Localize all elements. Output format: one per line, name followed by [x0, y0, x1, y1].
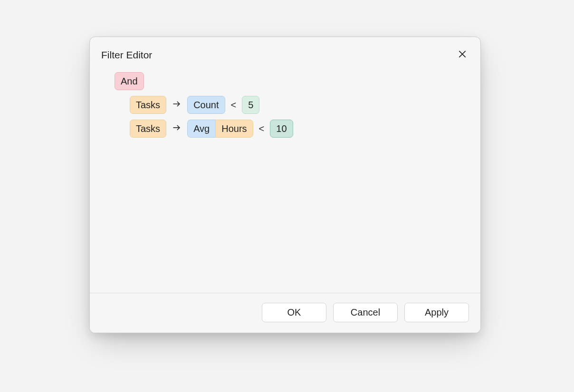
filter-tree: And TasksCount<5TasksAvgHours<10 — [90, 65, 480, 293]
apply-button[interactable]: Apply — [404, 303, 469, 322]
property-pill[interactable]: Tasks — [130, 96, 166, 114]
aggregate-pill[interactable]: Avg — [187, 120, 215, 138]
aggregate-field-group: AvgHours — [187, 120, 253, 138]
dialog-header: Filter Editor — [90, 37, 480, 65]
group-row: And — [102, 72, 468, 90]
close-button[interactable] — [456, 48, 469, 62]
condition-row: TasksCount<5 — [102, 96, 468, 114]
comparison-operator[interactable]: < — [230, 100, 238, 111]
comparison-operator[interactable]: < — [258, 123, 266, 134]
property-pill[interactable]: Tasks — [130, 120, 166, 138]
condition-row: TasksAvgHours<10 — [102, 120, 468, 138]
cancel-button[interactable]: Cancel — [333, 303, 398, 322]
close-icon — [458, 49, 467, 61]
dialog-title: Filter Editor — [101, 49, 152, 61]
field-pill[interactable]: Hours — [215, 120, 253, 138]
group-operator-pill[interactable]: And — [115, 72, 144, 90]
value-pill[interactable]: 10 — [270, 120, 293, 138]
value-pill[interactable]: 5 — [242, 96, 259, 114]
arrow-right-icon — [171, 99, 182, 111]
aggregate-pill[interactable]: Count — [187, 96, 225, 114]
filter-editor-dialog: Filter Editor And TasksCount<5TasksAvgHo… — [89, 37, 481, 333]
dialog-footer: OK Cancel Apply — [90, 293, 480, 333]
arrow-right-icon — [171, 123, 182, 135]
ok-button[interactable]: OK — [262, 303, 326, 322]
